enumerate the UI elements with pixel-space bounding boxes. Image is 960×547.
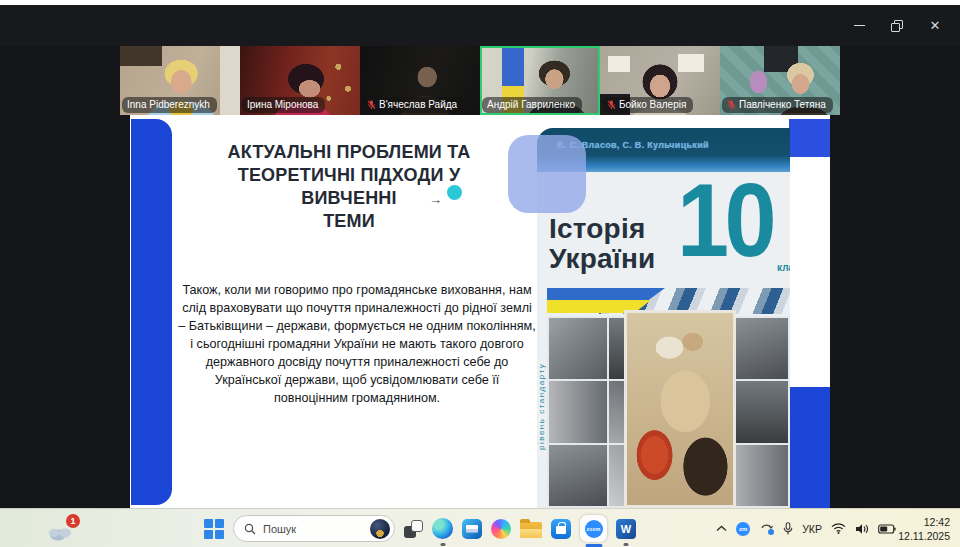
participant-tile[interactable]: Ірина Міронова (240, 46, 360, 115)
volume-icon[interactable] (855, 523, 869, 535)
participant-tile-active-speaker[interactable]: Андрій Гавриленко (480, 46, 600, 115)
running-indicator (440, 543, 445, 546)
slide-periwinkle-square (508, 135, 586, 213)
outlook-button[interactable] (462, 509, 482, 547)
collage-photo (730, 381, 788, 442)
widgets-button[interactable]: 1 (46, 517, 90, 543)
arrow-icon: → (429, 192, 442, 207)
slide-right-accent-top (789, 119, 830, 157)
participant-name-label: Бойко Валерія (619, 100, 686, 110)
windows-taskbar: 1 Пошук (0, 508, 960, 547)
edge-browser-button[interactable] (432, 509, 453, 547)
store-icon (551, 519, 571, 539)
microphone-muted-icon (367, 100, 376, 110)
running-indicator (624, 543, 629, 546)
participant-name-label: Inna Pidbereznykh (127, 100, 210, 110)
participant-tile[interactable]: В'ячеслав Райда (360, 46, 480, 115)
task-view-button[interactable] (404, 509, 423, 547)
file-explorer-button[interactable] (520, 509, 542, 547)
cursor-dot (768, 529, 774, 535)
participant-filmstrip: Inna Pidbereznykh Ірина Міронова В'ячесл… (120, 46, 840, 115)
microphone-muted-icon (607, 100, 616, 110)
system-tray: zm УКР (716, 509, 896, 547)
chevron-up-icon (716, 525, 727, 532)
slide-body-text: Також, коли ми говоримо про громадянське… (178, 281, 536, 407)
screen: { "window": { "controls": { "minimize": … (0, 0, 960, 547)
participant-name-label: Ірина Міронова (247, 100, 318, 110)
close-button[interactable]: ✕ (916, 5, 954, 46)
microsoft-store-button[interactable] (551, 509, 571, 547)
minimize-button[interactable] (840, 5, 878, 46)
search-box[interactable]: Пошук (233, 509, 395, 547)
copilot-button[interactable] (491, 509, 511, 547)
slide-left-accent-bar (131, 119, 172, 505)
microphone-muted-icon (727, 100, 736, 110)
touchpad-cursor-icon[interactable] (759, 522, 774, 535)
collage-photo (549, 445, 607, 506)
microphone-tray-icon[interactable] (783, 522, 793, 536)
zoom-meeting-window: ✕ Inna Pidbereznykh Ірина Міронова В (0, 5, 960, 508)
copilot-icon (491, 519, 511, 539)
taskbar-app-icons: Пошук zoom W (204, 509, 636, 547)
book-grade-number: 10 (677, 168, 772, 272)
participant-name-tag: Павліченко Тетяна (722, 97, 833, 113)
file-explorer-icon (520, 522, 542, 538)
participant-name-label: В'ячеслав Райда (379, 100, 457, 110)
task-view-icon (404, 520, 423, 538)
participant-name-tag: Ірина Міронова (242, 97, 325, 113)
search-icon (244, 523, 256, 535)
date-label: 12.11.2025 (898, 530, 950, 544)
teal-dot-decoration (447, 185, 462, 200)
search-placeholder: Пошук (263, 523, 363, 535)
participant-tile[interactable]: Бойко Валерія (600, 46, 720, 115)
time-label: 12:42 (898, 516, 950, 530)
clock[interactable]: 12:42 12.11.2025 (898, 516, 950, 543)
book-central-painting (624, 310, 736, 508)
battery-icon[interactable] (878, 524, 896, 534)
book-level-label: рівень стандарту (537, 290, 546, 450)
word-icon: W (616, 519, 636, 539)
window-controls: ✕ (840, 5, 954, 46)
ukraine-flag-blue-stripe (547, 288, 665, 300)
word-button[interactable]: W (616, 509, 636, 547)
shared-screen-slide: АКТУАЛЬНІ ПРОБЛЕМИ ТА ТЕОРЕТИЧНІ ПІДХОДИ… (130, 115, 830, 508)
participant-name-label: Павліченко Тетяна (739, 100, 826, 110)
restore-button[interactable] (878, 5, 916, 46)
participant-tile[interactable]: Павліченко Тетяна (720, 46, 840, 115)
participant-name-tag: В'ячеслав Райда (362, 97, 464, 113)
search-highlight-icon (370, 519, 390, 539)
close-icon: ✕ (930, 18, 941, 33)
zoom-tray-icon[interactable]: zm (736, 522, 750, 536)
start-button[interactable] (204, 509, 224, 547)
windows-start-icon (204, 519, 224, 539)
book-grade-label: клас (777, 262, 790, 273)
slide-right-accent-bottom (784, 387, 830, 508)
restore-icon (891, 20, 903, 32)
participant-name-tag: Бойко Валерія (602, 97, 693, 113)
book-title: Історія України (549, 214, 655, 273)
collage-photo (549, 381, 607, 442)
window-titlebar: ✕ (0, 5, 960, 46)
collage-photo (730, 318, 788, 379)
participant-name-tag: Inna Pidbereznykh (122, 97, 217, 113)
minimize-icon (854, 25, 865, 26)
participant-name-label: Андрій Гавриленко (487, 100, 575, 110)
outlook-icon (462, 519, 482, 539)
tray-overflow-button[interactable] (716, 525, 727, 532)
participant-name-tag: Андрій Гавриленко (482, 97, 582, 113)
language-indicator[interactable]: УКР (802, 523, 822, 535)
edge-icon (432, 518, 453, 539)
collage-photo (549, 318, 607, 379)
participant-tile[interactable]: Inna Pidbereznykh (120, 46, 240, 115)
zoom-app-icon: zoom (580, 515, 607, 542)
notification-badge: 1 (66, 514, 80, 528)
collage-photo (730, 445, 788, 506)
wifi-icon[interactable] (831, 523, 846, 534)
zoom-app-button[interactable]: zoom (580, 509, 607, 547)
